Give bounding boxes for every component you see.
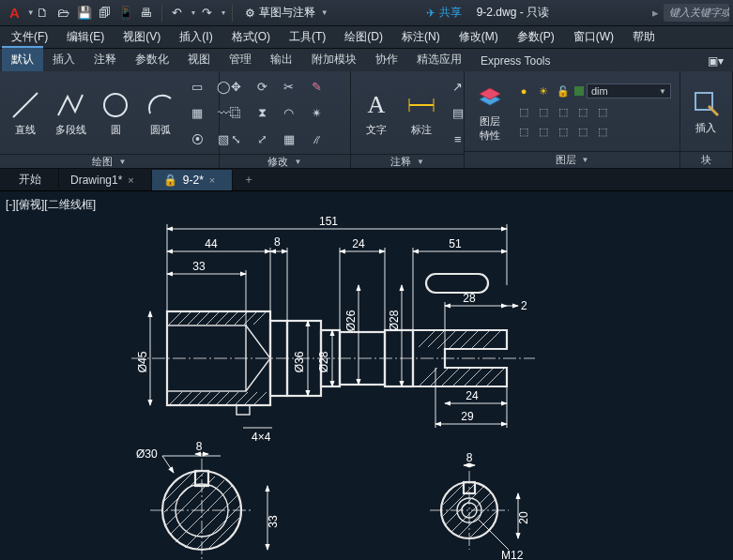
copy-icon[interactable]: ⿻: [225, 101, 248, 124]
lock-icon: 🔒: [163, 174, 177, 187]
share-button[interactable]: ✈ 共享: [426, 5, 462, 21]
tab-manage[interactable]: 管理: [220, 46, 261, 71]
save-icon[interactable]: 💾: [76, 5, 93, 22]
menu-window[interactable]: 窗口(W): [566, 26, 621, 48]
menu-param[interactable]: 参数(P): [510, 26, 562, 48]
fillet-icon[interactable]: ◠: [278, 101, 300, 124]
drawing-svg: 151 44 8 24 51 33 28 2 Ø45 Ø36 Ø28 Ø26 Ø…: [0, 191, 733, 560]
tab-annotate[interactable]: 注释: [84, 46, 126, 71]
menu-view[interactable]: 视图(V): [115, 26, 168, 48]
redo-icon[interactable]: ↷: [199, 5, 216, 22]
ribbon-expand-icon[interactable]: ▣▾: [698, 49, 733, 71]
trim-icon[interactable]: ✂: [278, 75, 300, 98]
mirror-icon[interactable]: ⧗: [252, 101, 274, 124]
workspace-selector[interactable]: ⚙ 草图与注释 ▼: [245, 5, 328, 21]
undo-dropdown[interactable]: ▾: [191, 8, 195, 17]
svg-text:4×4: 4×4: [252, 431, 271, 444]
layer-tool-icon[interactable]: ⬚: [535, 123, 552, 140]
line-button[interactable]: 直线: [6, 87, 45, 139]
menu-draw[interactable]: 绘图(D): [337, 26, 390, 48]
tab-param[interactable]: 参数化: [126, 46, 178, 71]
doctab-start[interactable]: 开始: [8, 168, 59, 191]
close-icon[interactable]: ×: [209, 174, 215, 186]
open-icon[interactable]: 🗁: [55, 5, 72, 22]
layer-tool-icon[interactable]: ⬚: [555, 103, 572, 120]
doctab-9-2[interactable]: 🔒9-2*×: [152, 170, 233, 190]
svg-line-47: [475, 368, 494, 386]
array-icon[interactable]: ▦: [278, 128, 300, 150]
offset-icon[interactable]: ⫽: [306, 128, 328, 150]
panel-expand-icon[interactable]: ▼: [118, 158, 126, 166]
block-insert-button[interactable]: 插入: [686, 85, 725, 137]
circle-button[interactable]: 圆: [96, 87, 135, 139]
tab-addons[interactable]: 附加模块: [302, 46, 366, 71]
share-label: 共享: [439, 5, 462, 21]
menu-format[interactable]: 格式(O): [224, 26, 278, 48]
layer-tool-icon[interactable]: ⬚: [574, 123, 591, 140]
text-button[interactable]: A 文字: [357, 87, 396, 139]
svg-text:Ø28: Ø28: [317, 351, 330, 372]
saveas-icon[interactable]: 🗐: [97, 5, 114, 22]
panel-layer: 图层 特性 ● ☀ 🔓 dim ▼ ⬚ ⬚ ⬚ ⬚: [465, 71, 680, 168]
menu-help[interactable]: 帮助: [625, 26, 663, 48]
doctab-label: 开始: [19, 172, 41, 188]
app-logo[interactable]: A: [4, 5, 25, 21]
panel-expand-icon[interactable]: ▼: [417, 158, 424, 166]
hatch-icon[interactable]: ▦: [186, 101, 208, 124]
undo-icon[interactable]: ↶: [169, 5, 186, 22]
pline-button[interactable]: 多段线: [51, 87, 90, 139]
panel-expand-icon[interactable]: ▼: [582, 156, 589, 164]
paper-plane-icon: ✈: [426, 7, 435, 20]
menu-tools[interactable]: 工具(T): [282, 26, 333, 48]
layer-tool-icon[interactable]: ⬚: [515, 123, 532, 140]
doctab-drawing1[interactable]: Drawing1*×: [59, 170, 152, 190]
panel-expand-icon[interactable]: ▼: [294, 158, 301, 166]
layer-tool-icon[interactable]: ⬚: [574, 103, 591, 120]
menu-insert[interactable]: 插入(I): [172, 26, 220, 48]
tab-apps[interactable]: 精选应用: [407, 46, 471, 71]
layer-tool-icon[interactable]: ⬚: [594, 103, 611, 120]
ribbon-tabs: 默认 插入 注释 参数化 视图 管理 输出 附加模块 协作 精选应用 Expre…: [0, 49, 733, 71]
menu-modify[interactable]: 修改(M): [451, 26, 506, 48]
explode-icon[interactable]: ✴: [306, 101, 328, 124]
new-icon[interactable]: 🗋: [35, 5, 52, 22]
tab-express[interactable]: Express Tools: [471, 49, 559, 71]
layer-tool-icon[interactable]: ⬚: [535, 103, 552, 120]
tab-default[interactable]: 默认: [2, 46, 43, 71]
stretch-icon[interactable]: ⤡: [225, 128, 248, 150]
svg-text:20: 20: [517, 511, 530, 524]
layer-tool-icon[interactable]: ⬚: [555, 123, 572, 140]
tab-output[interactable]: 输出: [261, 46, 302, 71]
move-icon[interactable]: ✥: [225, 75, 248, 98]
tab-collab[interactable]: 协作: [366, 46, 407, 71]
web-icon[interactable]: 📱: [117, 5, 134, 22]
dim-button[interactable]: 标注: [402, 87, 441, 139]
rotate-icon[interactable]: ⟳: [252, 75, 274, 98]
layer-tool-icon[interactable]: ⬚: [515, 103, 532, 120]
menu-file[interactable]: 文件(F): [4, 26, 55, 48]
document-title: 9-2.dwg - 只读: [477, 5, 549, 21]
app-menu-dropdown[interactable]: ▼: [27, 8, 35, 17]
menu-dim[interactable]: 标注(N): [394, 26, 448, 48]
scale-icon[interactable]: ⤢: [252, 128, 274, 150]
drawing-canvas[interactable]: [-][俯视][二维线框]: [0, 191, 733, 560]
redo-dropdown[interactable]: ▾: [221, 8, 225, 17]
erase-icon[interactable]: ✎: [306, 75, 328, 98]
tab-view[interactable]: 视图: [178, 46, 220, 71]
plot-icon[interactable]: 🖶: [138, 5, 155, 22]
lightbulb-icon: ●: [515, 83, 532, 99]
point-icon[interactable]: ⦿: [186, 128, 208, 150]
rect-icon[interactable]: ▭: [186, 75, 208, 98]
close-icon[interactable]: ×: [128, 174, 133, 186]
svg-line-43: [430, 368, 449, 386]
search-input[interactable]: 键入关键字或: [664, 4, 729, 22]
document-tabs: 开始 Drawing1*× 🔒9-2*× ＋: [0, 169, 733, 191]
layer-tool-icon[interactable]: ⬚: [594, 123, 611, 140]
layer-combo[interactable]: dim ▼: [587, 83, 671, 98]
menu-edit[interactable]: 编辑(E): [59, 26, 112, 48]
arc-button[interactable]: 圆弧: [141, 87, 180, 139]
panel-modify: ✥ ⟳ ✂ ⿻ ⧗ ◠ ⤡ ⤢ ▦ ✎ ✴ ⫽ 修改▼: [220, 71, 351, 168]
tab-add-button[interactable]: ＋: [238, 170, 259, 190]
layer-props-button[interactable]: 图层 特性: [470, 79, 510, 144]
tab-insert[interactable]: 插入: [43, 46, 84, 71]
